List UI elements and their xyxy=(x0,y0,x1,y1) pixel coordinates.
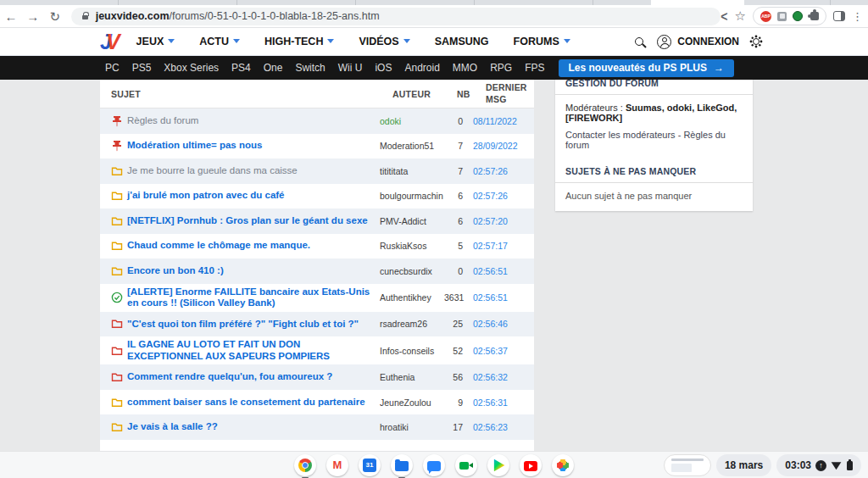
topic-last-msg-link[interactable]: 02:57:26 xyxy=(473,191,521,201)
topic-last-msg-link[interactable]: 02:56:32 xyxy=(473,372,521,382)
topic-title[interactable]: IL GAGNE AU LOTO ET FAIT UN DON EXCEPTIO… xyxy=(127,339,380,362)
platform-link-switch[interactable]: Switch xyxy=(295,62,325,74)
nav-item-jeux[interactable]: JEUX xyxy=(136,36,175,47)
nav-item-high-tech[interactable]: HIGH-TECH xyxy=(264,36,334,47)
table-row[interactable]: comment baiser sans le consetement du pa… xyxy=(100,390,534,415)
topic-last-msg-link[interactable]: 02:56:51 xyxy=(473,266,521,276)
platform-link-mmo[interactable]: MMO xyxy=(453,62,477,74)
dark-mode-toggle-icon[interactable] xyxy=(753,38,760,45)
share-icon[interactable]: < xyxy=(721,8,727,24)
topic-author: Euthenia xyxy=(380,372,444,382)
platform-link-android[interactable]: Android xyxy=(404,62,439,74)
menu-dots-icon[interactable]: ⋮ xyxy=(852,10,863,23)
nav-item-vidéos[interactable]: VIDÉOS xyxy=(359,36,409,47)
side-panel-icon[interactable] xyxy=(833,11,845,21)
platform-link-wii-u[interactable]: Wii U xyxy=(338,62,363,74)
photos-icon[interactable] xyxy=(552,454,574,476)
table-row[interactable]: Je me bourre la gueule dans ma caisse ti… xyxy=(100,158,534,184)
table-row[interactable]: "C'est quoi ton film préféré ?" "Fight c… xyxy=(100,312,534,337)
status-tray[interactable]: 03:03 xyxy=(776,454,861,476)
star-icon[interactable]: ☆ xyxy=(735,8,746,24)
chrome-icon[interactable] xyxy=(294,454,316,476)
topic-title[interactable]: Règles du forum xyxy=(127,115,380,127)
table-row[interactable]: [ALERTE] Enorme FAILLITE bancaire aux Et… xyxy=(100,284,534,312)
forward-icon[interactable]: → xyxy=(22,10,44,23)
table-row[interactable]: Comment rendre quelqu'un, fou amoureux ?… xyxy=(100,364,534,390)
table-row[interactable]: Règles du forum odoki 0 08/11/2022 xyxy=(100,108,534,134)
puzzle-icon[interactable] xyxy=(810,12,819,20)
nav-item-forums[interactable]: FORUMS xyxy=(514,36,570,47)
topic-title[interactable]: Encore un bon 410 :) xyxy=(127,265,380,277)
no-must-see-topics-text: Aucun sujet à ne pas manquer xyxy=(555,183,753,201)
chevron-down-icon xyxy=(403,39,410,43)
chat-icon[interactable] xyxy=(423,454,445,476)
forum-topic-list: SUJET AUTEUR NB DERNIER MSG Règles du fo… xyxy=(100,80,534,451)
topic-last-msg-link[interactable]: 02:56:51 xyxy=(473,292,521,303)
topic-last-msg-link[interactable]: 28/09/2022 xyxy=(473,141,521,151)
topic-title[interactable]: comment baiser sans le consetement du pa… xyxy=(127,397,380,409)
adblock-icon[interactable]: ABP xyxy=(760,11,771,22)
address-bar[interactable]: jeuxvideo.com/forums/0-51-0-1-0-1-0-blab… xyxy=(71,8,721,25)
reload-icon[interactable]: ↻ xyxy=(44,10,66,23)
nav-item-actu[interactable]: ACTU xyxy=(199,36,240,47)
column-header-sujet: SUJET xyxy=(111,89,392,99)
table-row[interactable]: Je vais à la salle ?? hroatiki 17 02:56:… xyxy=(100,414,534,440)
table-row[interactable]: Modération ultime= pas nous Moderation51… xyxy=(100,134,534,159)
platform-link-ios[interactable]: iOS xyxy=(375,62,392,74)
gmail-icon[interactable] xyxy=(326,454,348,476)
youtube-icon[interactable] xyxy=(520,454,542,476)
play-icon[interactable] xyxy=(487,454,509,476)
table-row[interactable]: j'ai brulé mon patron avec du café boulg… xyxy=(100,184,534,209)
files-icon[interactable] xyxy=(391,454,413,476)
extension-green-icon[interactable] xyxy=(793,11,803,21)
platform-link-rpg[interactable]: RPG xyxy=(490,62,512,74)
topic-last-msg-link[interactable]: 02:56:37 xyxy=(473,346,521,356)
topic-author: RuskiaKsos xyxy=(380,241,444,251)
topic-last-msg-link[interactable]: 02:56:23 xyxy=(473,422,521,432)
topic-last-msg-link[interactable]: 02:57:20 xyxy=(473,216,521,226)
back-icon[interactable]: ← xyxy=(0,10,22,23)
date-pill[interactable]: 18 mars xyxy=(716,454,771,476)
topic-title[interactable]: Modération ultime= pas nous xyxy=(127,140,380,152)
ps-plus-cta-button[interactable]: Les nouveautés du PS PLUS→ xyxy=(559,59,734,77)
topic-title[interactable]: Je vais à la salle ?? xyxy=(127,421,380,433)
window-preview-thumbnail[interactable] xyxy=(664,454,711,476)
connexion-button[interactable]: CONNEXION xyxy=(657,35,739,49)
topic-title[interactable]: Chaud comme le chômage me manque. xyxy=(127,240,380,252)
search-icon[interactable] xyxy=(635,37,643,46)
topic-last-msg-link[interactable]: 02:57:26 xyxy=(473,166,521,176)
lock-icon[interactable] xyxy=(82,15,88,19)
jv-logo[interactable]: JV xyxy=(100,30,114,54)
forum-management-card: GESTION DU FORUM Modérateurs : Suumas, o… xyxy=(555,70,753,211)
topic-last-msg-link[interactable]: 02:57:17 xyxy=(473,241,521,251)
topic-last-msg-link[interactable]: 08/11/2022 xyxy=(473,116,521,126)
platform-link-xbox-series[interactable]: Xbox Series xyxy=(164,62,219,74)
contact-moderators-link[interactable]: Contacter les modérateurs xyxy=(565,130,676,140)
platform-link-pc[interactable]: PC xyxy=(105,62,120,74)
url-text[interactable]: jeuxvideo.com/forums/0-51-0-1-0-1-0-blab… xyxy=(96,10,380,22)
calendar-icon[interactable] xyxy=(359,454,381,476)
topic-title[interactable]: Comment rendre quelqu'un, fou amoureux ? xyxy=(127,371,380,383)
platform-link-ps5[interactable]: PS5 xyxy=(132,62,152,74)
update-icon xyxy=(815,460,826,471)
topic-title[interactable]: Je me bourre la gueule dans ma caisse xyxy=(127,165,380,177)
topic-title[interactable]: [ALERTE] Enorme FAILLITE bancaire aux Et… xyxy=(127,286,380,309)
topic-last-msg-link[interactable]: 02:56:31 xyxy=(473,397,521,408)
platform-link-ps4[interactable]: PS4 xyxy=(231,62,251,74)
topic-title[interactable]: "C'est quoi ton film préféré ?" "Fight c… xyxy=(127,319,380,331)
folder-yellow-icon xyxy=(111,421,123,433)
table-row[interactable]: Chaud comme le chômage me manque. Ruskia… xyxy=(100,234,534,259)
extension-icon[interactable] xyxy=(777,12,787,21)
nav-item-samsung[interactable]: SAMSUNG xyxy=(435,36,489,47)
platform-link-fps[interactable]: FPS xyxy=(525,62,544,74)
platform-link-one[interactable]: One xyxy=(264,62,283,74)
topic-title[interactable]: j'ai brulé mon patron avec du café xyxy=(127,190,380,202)
meet-icon[interactable] xyxy=(455,454,477,476)
topic-title[interactable]: [NETFLIX] Pornhub : Gros plan sur le géa… xyxy=(127,215,380,227)
topic-last-msg-link[interactable]: 02:56:46 xyxy=(473,319,521,329)
column-header-nb: NB xyxy=(457,89,476,99)
table-row[interactable]: Encore un bon 410 :) cunecbsurdix 0 02:5… xyxy=(100,258,534,284)
topic-author: rsadream26 xyxy=(380,319,444,329)
table-row[interactable]: IL GAGNE AU LOTO ET FAIT UN DON EXCEPTIO… xyxy=(100,336,534,364)
table-row[interactable]: [NETFLIX] Pornhub : Gros plan sur le géa… xyxy=(100,208,534,234)
